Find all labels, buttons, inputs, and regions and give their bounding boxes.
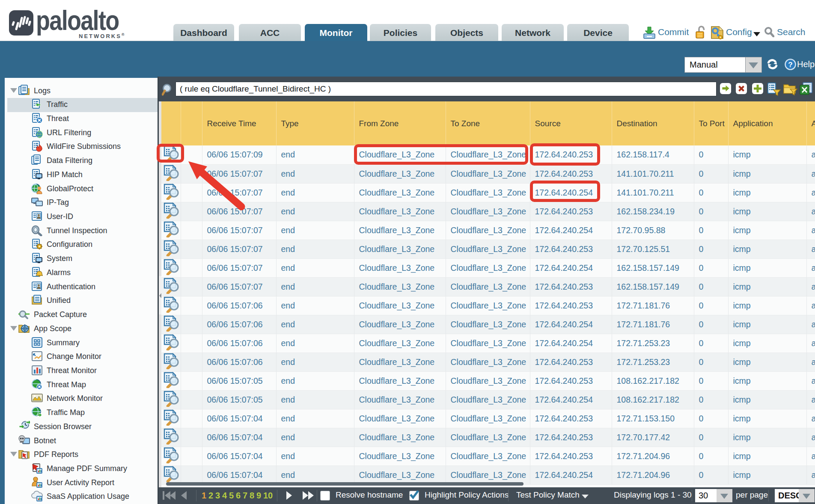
svg-text:?: ? <box>788 61 792 69</box>
